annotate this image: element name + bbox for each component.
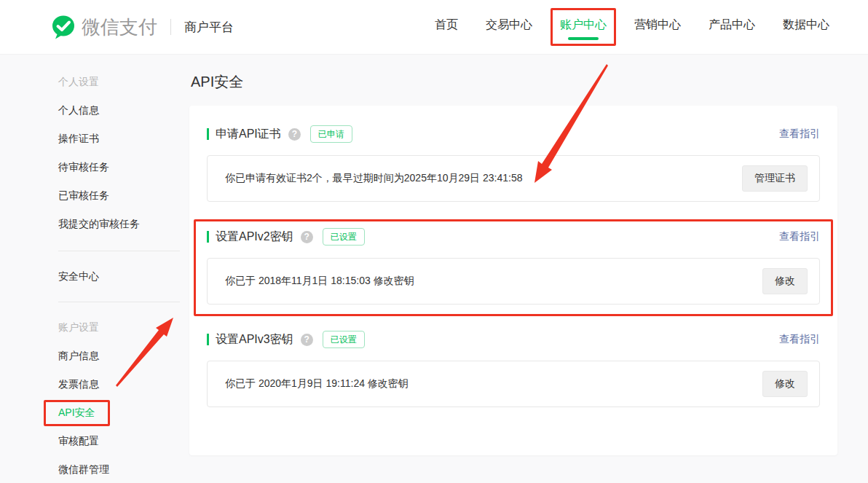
sidebar-item-security-center[interactable]: 安全中心 xyxy=(0,262,182,291)
nav-home[interactable]: 首页 xyxy=(425,8,467,46)
view-guide-link[interactable]: 查看指引 xyxy=(779,333,820,346)
apiv3-key-status-text: 你已于 2020年1月9日 19:11:24 修改密钥 xyxy=(225,377,409,390)
section-accent-bar xyxy=(207,231,209,243)
sidebar-group-personal-settings: 个人设置 xyxy=(0,68,182,96)
section-apiv2-key: 设置APIv2密钥 ? 已设置 查看指引 你已于 2018年11月1日 18:1… xyxy=(207,229,820,305)
portal-name: 商户平台 xyxy=(184,19,234,36)
section-accent-bar xyxy=(207,334,209,345)
annotation-box-api-security: API安全 xyxy=(44,400,110,426)
sidebar-divider xyxy=(58,302,180,302)
apiv2-key-status-text: 你已于 2018年11月1日 18:15:03 修改密钥 xyxy=(225,275,414,288)
status-badge: 已申请 xyxy=(310,125,352,143)
sidebar-divider xyxy=(58,251,180,251)
api-security-card: 申请API证书 ? 已申请 查看指引 你已申请有效证书2个，最早过期时间为202… xyxy=(189,106,837,455)
sidebar-item-invoice-info[interactable]: 发票信息 xyxy=(0,370,182,398)
sidebar-item-operation-cert[interactable]: 操作证书 xyxy=(0,125,182,153)
brand-divider xyxy=(170,19,171,35)
section-title: 设置APIv3密钥 xyxy=(216,332,293,347)
nav-data-center[interactable]: 数据中心 xyxy=(773,8,839,46)
main-content: API安全 申请API证书 ? 已申请 查看指引 你已申请有效证书2个，最早过期… xyxy=(189,55,837,455)
help-icon[interactable]: ? xyxy=(301,334,313,346)
modify-apiv2-key-button[interactable]: 修改 xyxy=(762,268,808,294)
section-apiv3-key: 设置APIv3密钥 ? 已设置 查看指引 你已于 2020年1月9日 19:11… xyxy=(207,331,820,407)
view-guide-link[interactable]: 查看指引 xyxy=(779,127,820,141)
sidebar-group-account-settings: 账户设置 xyxy=(0,313,182,342)
info-box: 你已申请有效证书2个，最早过期时间为2025年10月29日 23:41:58 管… xyxy=(207,155,820,202)
section-header: 设置APIv3密钥 ? 已设置 查看指引 xyxy=(207,331,820,347)
nav-trade-center[interactable]: 交易中心 xyxy=(476,8,542,46)
nav-product-center[interactable]: 产品中心 xyxy=(699,8,765,46)
sidebar-item-api-security[interactable]: API安全 xyxy=(0,398,182,427)
sidebar-item-pending-review-tasks[interactable]: 待审核任务 xyxy=(0,153,182,181)
brand[interactable]: 微信支付 商户平台 xyxy=(51,15,234,40)
section-accent-bar xyxy=(207,128,209,140)
sidebar-item-merchant-info[interactable]: 商户信息 xyxy=(0,342,182,370)
info-box: 你已于 2020年1月9日 19:11:24 修改密钥 修改 xyxy=(207,361,820,407)
sidebar: 个人设置 个人信息 操作证书 待审核任务 已审核任务 我提交的审核任务 安全中心… xyxy=(0,55,182,483)
status-badge: 已设置 xyxy=(323,228,365,246)
sidebar-item-wechat-group-mgmt[interactable]: 微信群管理 xyxy=(0,455,182,483)
help-icon[interactable]: ? xyxy=(288,128,301,141)
info-box: 你已于 2018年11月1日 18:15:03 修改密钥 修改 xyxy=(207,258,820,305)
top-nav: 首页 交易中心 账户中心 营销中心 产品中心 数据中心 xyxy=(425,8,839,46)
nav-account-center[interactable]: 账户中心 xyxy=(551,8,616,46)
section-title: 设置APIv2密钥 xyxy=(216,229,293,245)
help-icon[interactable]: ? xyxy=(301,231,313,243)
sidebar-item-review-config[interactable]: 审核配置 xyxy=(0,427,182,455)
top-header: 微信支付 商户平台 首页 交易中心 账户中心 营销中心 产品中心 数据中心 xyxy=(0,0,868,55)
section-header: 设置APIv2密钥 ? 已设置 查看指引 xyxy=(207,229,820,245)
nav-marketing-center[interactable]: 营销中心 xyxy=(625,8,690,46)
modify-apiv3-key-button[interactable]: 修改 xyxy=(762,371,808,397)
brand-name: 微信支付 xyxy=(82,15,157,40)
sidebar-item-personal-info[interactable]: 个人信息 xyxy=(0,96,182,125)
section-api-certificate: 申请API证书 ? 已申请 查看指引 你已申请有效证书2个，最早过期时间为202… xyxy=(207,126,820,202)
manage-cert-button[interactable]: 管理证书 xyxy=(742,165,808,192)
section-title: 申请API证书 xyxy=(216,127,281,142)
sidebar-item-my-submitted-tasks[interactable]: 我提交的审核任务 xyxy=(0,210,182,238)
wechat-pay-logo-icon xyxy=(51,15,76,39)
section-header: 申请API证书 ? 已申请 查看指引 xyxy=(207,126,820,142)
status-badge: 已设置 xyxy=(323,331,365,348)
sidebar-item-reviewed-tasks[interactable]: 已审核任务 xyxy=(0,181,182,210)
view-guide-link[interactable]: 查看指引 xyxy=(779,230,820,243)
page-title: API安全 xyxy=(191,73,837,90)
cert-status-text: 你已申请有效证书2个，最早过期时间为2025年10月29日 23:41:58 xyxy=(225,172,522,185)
